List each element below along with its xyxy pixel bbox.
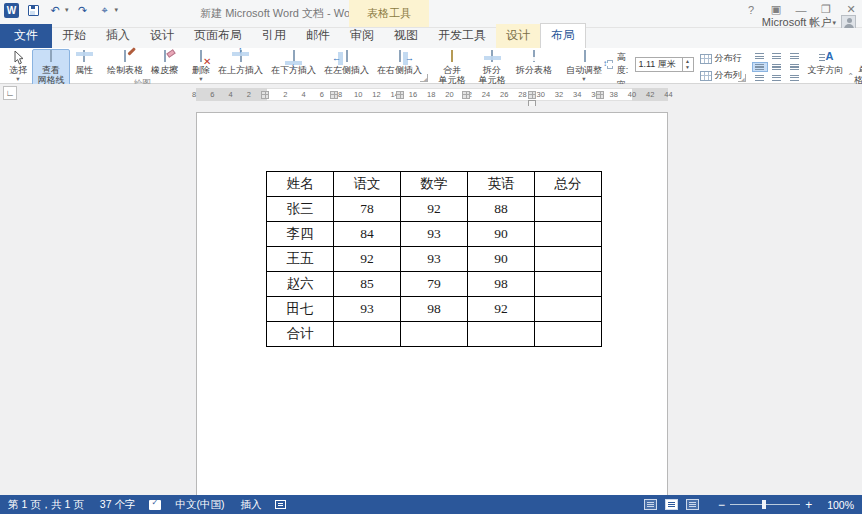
table-cell[interactable]: 90 <box>468 222 535 247</box>
table-column-marker[interactable] <box>330 91 338 99</box>
split-table-button[interactable]: 拆分表格 <box>513 49 555 78</box>
table-cell[interactable]: 90 <box>468 247 535 272</box>
tab-design[interactable]: 设计 <box>140 24 184 48</box>
table-cell[interactable]: 93 <box>401 247 468 272</box>
tab-mailings[interactable]: 邮件 <box>296 24 340 48</box>
height-stepper[interactable]: 1.11 厘米 ▲▼ <box>635 57 694 72</box>
table-cell[interactable]: 98 <box>468 272 535 297</box>
insert-below-button[interactable]: ↓ 在下方插入 <box>268 49 319 78</box>
tab-developer[interactable]: 开发工具 <box>428 24 496 48</box>
word-logo-icon[interactable]: W <box>4 3 19 18</box>
help-icon[interactable]: ? <box>744 4 758 16</box>
tab-review[interactable]: 审阅 <box>340 24 384 48</box>
distribute-rows-button[interactable]: 分布行 <box>698 51 744 66</box>
table-cell[interactable]: 93 <box>401 222 468 247</box>
tab-table-design[interactable]: 设计 <box>496 24 540 48</box>
insert-above-button[interactable]: ↑ 在上方插入 <box>215 49 266 78</box>
table-cell[interactable] <box>535 247 602 272</box>
table-cell[interactable]: 92 <box>468 297 535 322</box>
tab-references[interactable]: 引用 <box>252 24 296 48</box>
align-top-left-button[interactable] <box>752 51 768 61</box>
language-indicator[interactable]: 中文(中国) <box>167 498 232 512</box>
table-cell[interactable] <box>334 322 401 347</box>
table-cell[interactable]: 98 <box>401 297 468 322</box>
cell-margins-button[interactable]: 单元 格边距 <box>849 49 862 87</box>
zoom-out-icon[interactable]: − <box>713 498 730 512</box>
table-cell[interactable] <box>535 197 602 222</box>
table-cell[interactable]: 92 <box>334 247 401 272</box>
tab-home[interactable]: 开始 <box>52 24 96 48</box>
align-bottom-left-button[interactable] <box>752 73 768 83</box>
zoom-slider[interactable] <box>730 504 800 505</box>
draw-table-button[interactable]: 绘制表格 <box>104 49 146 78</box>
table-header-cell[interactable]: 语文 <box>334 172 401 197</box>
tab-file[interactable]: 文件 <box>0 24 52 48</box>
table-cell[interactable]: 92 <box>401 197 468 222</box>
redo-icon[interactable]: ↷ <box>75 3 91 18</box>
tab-table-layout[interactable]: 布局 <box>540 23 586 48</box>
align-center-left-button[interactable] <box>752 62 768 72</box>
merge-cells-button[interactable]: 合并 单元格 <box>433 49 471 87</box>
select-button[interactable]: 选择 ▾ <box>6 49 30 84</box>
zoom-slider-thumb[interactable] <box>762 500 766 509</box>
height-spinner-icon[interactable]: ▲▼ <box>682 58 693 71</box>
table-header-cell[interactable]: 总分 <box>535 172 602 197</box>
table-cell[interactable] <box>535 297 602 322</box>
page-indicator[interactable]: 第 1 页，共 1 页 <box>0 498 92 512</box>
horizontal-ruler[interactable]: 8642246810121416182022242628303234363840… <box>20 88 850 101</box>
table-column-marker[interactable] <box>396 91 404 99</box>
page[interactable]: 姓名语文数学英语总分张三789288李四849390王五929390赵六8579… <box>196 112 668 495</box>
web-layout-icon[interactable] <box>686 499 699 510</box>
align-top-right-button[interactable] <box>786 51 802 61</box>
word-count[interactable]: 37 个字 <box>92 498 144 512</box>
read-mode-icon[interactable] <box>644 499 657 510</box>
touch-mode-icon[interactable]: ⌖ <box>97 3 113 18</box>
align-top-center-button[interactable] <box>769 51 785 61</box>
zoom-in-icon[interactable]: + <box>800 498 817 512</box>
table-cell[interactable]: 79 <box>401 272 468 297</box>
table-column-marker[interactable] <box>261 91 269 99</box>
dialog-launcher-icon[interactable] <box>420 74 428 82</box>
table-column-marker[interactable] <box>528 91 536 99</box>
macro-record-icon[interactable] <box>275 500 286 509</box>
undo-icon[interactable]: ↶ <box>47 3 63 18</box>
table-cell[interactable]: 合计 <box>267 322 334 347</box>
save-icon[interactable] <box>25 3 41 18</box>
align-center-button[interactable] <box>769 62 785 72</box>
delete-button[interactable]: ✕ 删除 ▾ <box>189 49 213 84</box>
customize-qat-icon[interactable]: ▾ <box>115 6 119 14</box>
align-bottom-right-button[interactable] <box>786 73 802 83</box>
insert-left-button[interactable]: ← 在左侧插入 <box>321 49 372 78</box>
table-cell[interactable]: 赵六 <box>267 272 334 297</box>
insert-mode-indicator[interactable]: 插入 <box>232 498 269 512</box>
table-cell[interactable]: 84 <box>334 222 401 247</box>
align-bottom-center-button[interactable] <box>769 73 785 83</box>
table-cell[interactable]: 78 <box>334 197 401 222</box>
proofing-status-icon[interactable] <box>149 500 161 510</box>
eraser-button[interactable]: 橡皮擦 <box>148 49 181 78</box>
autofit-button[interactable]: 自动调整 ▾ <box>563 49 605 84</box>
tab-stop-selector[interactable]: ∟ <box>3 86 17 100</box>
table-cell[interactable] <box>535 322 602 347</box>
table-cell[interactable]: 王五 <box>267 247 334 272</box>
table-cell[interactable] <box>401 322 468 347</box>
insert-right-button[interactable]: → 在右侧插入 <box>374 49 425 78</box>
table-cell[interactable]: 李四 <box>267 222 334 247</box>
table-cell[interactable]: 85 <box>334 272 401 297</box>
table-cell[interactable] <box>535 222 602 247</box>
tab-view[interactable]: 视图 <box>384 24 428 48</box>
undo-caret-icon[interactable]: ▾ <box>65 6 69 14</box>
table-header-cell[interactable]: 英语 <box>468 172 535 197</box>
table-cell[interactable]: 张三 <box>267 197 334 222</box>
collapse-ribbon-icon[interactable]: ⌃ <box>847 72 854 81</box>
table-cell[interactable]: 93 <box>334 297 401 322</box>
table-column-marker[interactable] <box>462 91 470 99</box>
align-center-right-button[interactable] <box>786 62 802 72</box>
table-cell[interactable] <box>468 322 535 347</box>
dialog-launcher-icon[interactable] <box>738 74 746 82</box>
text-direction-button[interactable]: 文字方向 <box>805 49 847 78</box>
table-header-cell[interactable]: 姓名 <box>267 172 334 197</box>
split-cells-button[interactable]: 拆分 单元格 <box>473 49 511 87</box>
minimize-icon[interactable]: — <box>794 4 808 16</box>
tab-insert[interactable]: 插入 <box>96 24 140 48</box>
